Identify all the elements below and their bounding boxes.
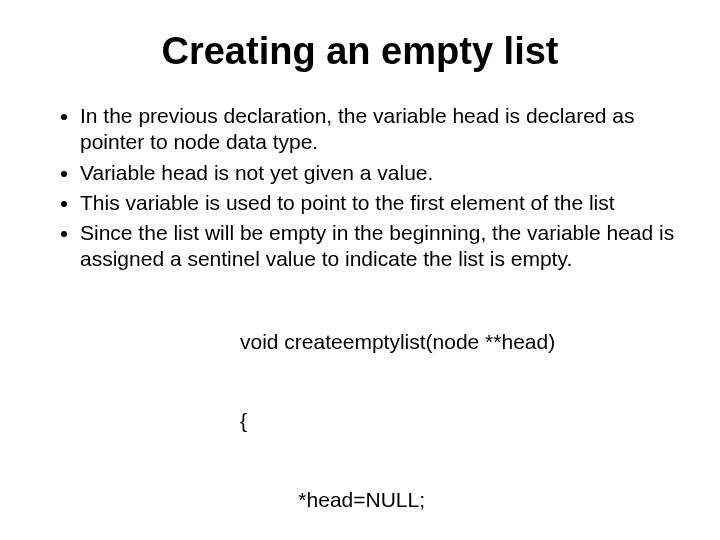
list-item: Since the list will be empty in the begi… <box>80 220 680 273</box>
code-line: *head=NULL; <box>240 487 680 513</box>
code-snippet: void createemptylist(node **head) { *hea… <box>240 277 680 541</box>
code-line: { <box>240 408 680 434</box>
bullet-list: In the previous declaration, the variabl… <box>40 103 680 273</box>
list-item: In the previous declaration, the variabl… <box>80 103 680 156</box>
code-line: void createemptylist(node **head) <box>240 329 680 355</box>
list-item: This variable is used to point to the fi… <box>80 190 680 216</box>
list-item: Variable head is not yet given a value. <box>80 160 680 186</box>
slide: Creating an empty list In the previous d… <box>0 0 720 540</box>
slide-title: Creating an empty list <box>40 30 680 73</box>
